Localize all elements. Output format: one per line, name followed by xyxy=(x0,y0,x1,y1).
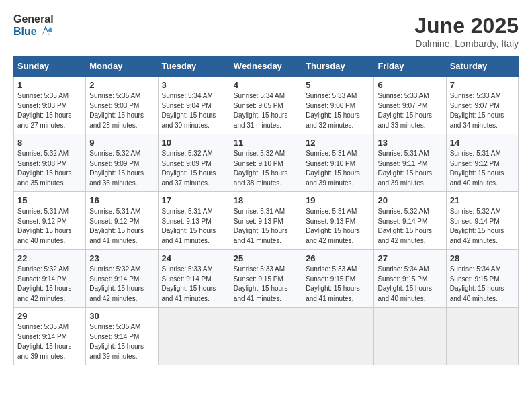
day-number: 21 xyxy=(450,195,515,205)
day-info: Sunrise: 5:32 AMSunset: 9:09 PMDaylight:… xyxy=(162,149,226,188)
day-info: Sunrise: 5:32 AMSunset: 9:10 PMDaylight:… xyxy=(234,149,298,188)
day-info: Sunrise: 5:34 AMSunset: 9:15 PMDaylight:… xyxy=(378,265,442,304)
col-friday: Friday xyxy=(374,56,446,77)
calendar-row: 15 Sunrise: 5:31 AMSunset: 9:12 PMDaylig… xyxy=(14,192,519,250)
table-row xyxy=(302,308,374,365)
day-number: 4 xyxy=(234,80,298,90)
day-number: 19 xyxy=(306,195,370,205)
day-number: 3 xyxy=(162,80,226,90)
day-number: 22 xyxy=(17,253,82,263)
day-info: Sunrise: 5:31 AMSunset: 9:12 PMDaylight:… xyxy=(450,149,515,188)
day-number: 17 xyxy=(162,195,226,205)
header: General Blue June 2025 Dalmine, Lombardy… xyxy=(13,13,519,49)
day-info: Sunrise: 5:35 AMSunset: 9:14 PMDaylight:… xyxy=(17,322,82,361)
col-tuesday: Tuesday xyxy=(158,56,230,77)
day-number: 15 xyxy=(17,195,82,205)
table-row: 1 Sunrise: 5:35 AMSunset: 9:03 PMDayligh… xyxy=(14,77,86,134)
day-info: Sunrise: 5:33 AMSunset: 9:07 PMDaylight:… xyxy=(450,91,515,130)
day-number: 30 xyxy=(89,311,154,321)
logo: General Blue xyxy=(13,13,54,37)
table-row: 23 Sunrise: 5:32 AMSunset: 9:14 PMDaylig… xyxy=(86,250,158,308)
day-info: Sunrise: 5:32 AMSunset: 9:14 PMDaylight:… xyxy=(450,207,515,246)
table-row: 22 Sunrise: 5:32 AMSunset: 9:14 PMDaylig… xyxy=(14,250,86,308)
day-number: 27 xyxy=(378,253,442,263)
day-info: Sunrise: 5:31 AMSunset: 9:10 PMDaylight:… xyxy=(306,149,370,188)
day-number: 10 xyxy=(162,138,226,148)
logo-text: General Blue xyxy=(13,13,54,37)
month-title: June 2025 xyxy=(414,13,519,38)
table-row: 30 Sunrise: 5:35 AMSunset: 9:14 PMDaylig… xyxy=(86,308,158,365)
day-number: 7 xyxy=(450,80,515,90)
col-saturday: Saturday xyxy=(446,56,518,77)
table-row: 26 Sunrise: 5:33 AMSunset: 9:15 PMDaylig… xyxy=(302,250,374,308)
table-row: 8 Sunrise: 5:32 AMSunset: 9:08 PMDayligh… xyxy=(14,134,86,192)
day-info: Sunrise: 5:31 AMSunset: 9:12 PMDaylight:… xyxy=(89,207,154,246)
day-info: Sunrise: 5:33 AMSunset: 9:14 PMDaylight:… xyxy=(162,265,226,304)
col-sunday: Sunday xyxy=(14,56,86,77)
day-number: 6 xyxy=(378,80,442,90)
table-row: 20 Sunrise: 5:32 AMSunset: 9:14 PMDaylig… xyxy=(374,192,446,250)
table-row: 9 Sunrise: 5:32 AMSunset: 9:09 PMDayligh… xyxy=(86,134,158,192)
table-row: 4 Sunrise: 5:34 AMSunset: 9:05 PMDayligh… xyxy=(230,77,302,134)
calendar-row: 1 Sunrise: 5:35 AMSunset: 9:03 PMDayligh… xyxy=(14,77,519,134)
day-number: 18 xyxy=(234,195,298,205)
day-number: 1 xyxy=(17,80,82,90)
day-number: 13 xyxy=(378,138,442,148)
table-row xyxy=(446,308,518,365)
col-wednesday: Wednesday xyxy=(230,56,302,77)
day-info: Sunrise: 5:33 AMSunset: 9:06 PMDaylight:… xyxy=(306,91,370,130)
table-row: 12 Sunrise: 5:31 AMSunset: 9:10 PMDaylig… xyxy=(302,134,374,192)
day-info: Sunrise: 5:33 AMSunset: 9:15 PMDaylight:… xyxy=(234,265,298,304)
table-row: 21 Sunrise: 5:32 AMSunset: 9:14 PMDaylig… xyxy=(446,192,518,250)
day-info: Sunrise: 5:31 AMSunset: 9:12 PMDaylight:… xyxy=(17,207,82,246)
day-number: 25 xyxy=(234,253,298,263)
table-row xyxy=(230,308,302,365)
table-row: 6 Sunrise: 5:33 AMSunset: 9:07 PMDayligh… xyxy=(374,77,446,134)
day-info: Sunrise: 5:32 AMSunset: 9:14 PMDaylight:… xyxy=(378,207,442,246)
table-row: 28 Sunrise: 5:34 AMSunset: 9:15 PMDaylig… xyxy=(446,250,518,308)
day-number: 9 xyxy=(89,138,154,148)
calendar-row: 8 Sunrise: 5:32 AMSunset: 9:08 PMDayligh… xyxy=(14,134,519,192)
table-row: 16 Sunrise: 5:31 AMSunset: 9:12 PMDaylig… xyxy=(86,192,158,250)
day-number: 28 xyxy=(450,253,515,263)
location: Dalmine, Lombardy, Italy xyxy=(414,38,519,49)
day-info: Sunrise: 5:31 AMSunset: 9:11 PMDaylight:… xyxy=(378,149,442,188)
calendar-row: 29 Sunrise: 5:35 AMSunset: 9:14 PMDaylig… xyxy=(14,308,519,365)
day-info: Sunrise: 5:32 AMSunset: 9:14 PMDaylight:… xyxy=(17,265,82,304)
table-row xyxy=(374,308,446,365)
table-row: 5 Sunrise: 5:33 AMSunset: 9:06 PMDayligh… xyxy=(302,77,374,134)
day-info: Sunrise: 5:31 AMSunset: 9:13 PMDaylight:… xyxy=(162,207,226,246)
day-number: 11 xyxy=(234,138,298,148)
day-number: 12 xyxy=(306,138,370,148)
day-number: 20 xyxy=(378,195,442,205)
day-info: Sunrise: 5:35 AMSunset: 9:03 PMDaylight:… xyxy=(17,91,82,130)
day-number: 26 xyxy=(306,253,370,263)
calendar-row: 22 Sunrise: 5:32 AMSunset: 9:14 PMDaylig… xyxy=(14,250,519,308)
day-info: Sunrise: 5:35 AMSunset: 9:14 PMDaylight:… xyxy=(89,322,154,361)
title-area: June 2025 Dalmine, Lombardy, Italy xyxy=(414,13,519,49)
day-number: 24 xyxy=(162,253,226,263)
day-info: Sunrise: 5:34 AMSunset: 9:05 PMDaylight:… xyxy=(234,91,298,130)
day-number: 5 xyxy=(306,80,370,90)
col-monday: Monday xyxy=(86,56,158,77)
table-row: 7 Sunrise: 5:33 AMSunset: 9:07 PMDayligh… xyxy=(446,77,518,134)
table-row: 24 Sunrise: 5:33 AMSunset: 9:14 PMDaylig… xyxy=(158,250,230,308)
header-row: Sunday Monday Tuesday Wednesday Thursday… xyxy=(14,56,519,77)
table-row: 3 Sunrise: 5:34 AMSunset: 9:04 PMDayligh… xyxy=(158,77,230,134)
day-number: 16 xyxy=(89,195,154,205)
table-row: 10 Sunrise: 5:32 AMSunset: 9:09 PMDaylig… xyxy=(158,134,230,192)
day-number: 29 xyxy=(17,311,82,321)
day-info: Sunrise: 5:34 AMSunset: 9:04 PMDaylight:… xyxy=(162,91,226,130)
day-info: Sunrise: 5:33 AMSunset: 9:15 PMDaylight:… xyxy=(306,265,370,304)
table-row: 17 Sunrise: 5:31 AMSunset: 9:13 PMDaylig… xyxy=(158,192,230,250)
table-row: 15 Sunrise: 5:31 AMSunset: 9:12 PMDaylig… xyxy=(14,192,86,250)
table-row: 27 Sunrise: 5:34 AMSunset: 9:15 PMDaylig… xyxy=(374,250,446,308)
day-info: Sunrise: 5:34 AMSunset: 9:15 PMDaylight:… xyxy=(450,265,515,304)
day-info: Sunrise: 5:31 AMSunset: 9:13 PMDaylight:… xyxy=(234,207,298,246)
table-row: 13 Sunrise: 5:31 AMSunset: 9:11 PMDaylig… xyxy=(374,134,446,192)
day-info: Sunrise: 5:33 AMSunset: 9:07 PMDaylight:… xyxy=(378,91,442,130)
table-row: 2 Sunrise: 5:35 AMSunset: 9:03 PMDayligh… xyxy=(86,77,158,134)
day-number: 23 xyxy=(89,253,154,263)
col-thursday: Thursday xyxy=(302,56,374,77)
day-number: 8 xyxy=(17,138,82,148)
